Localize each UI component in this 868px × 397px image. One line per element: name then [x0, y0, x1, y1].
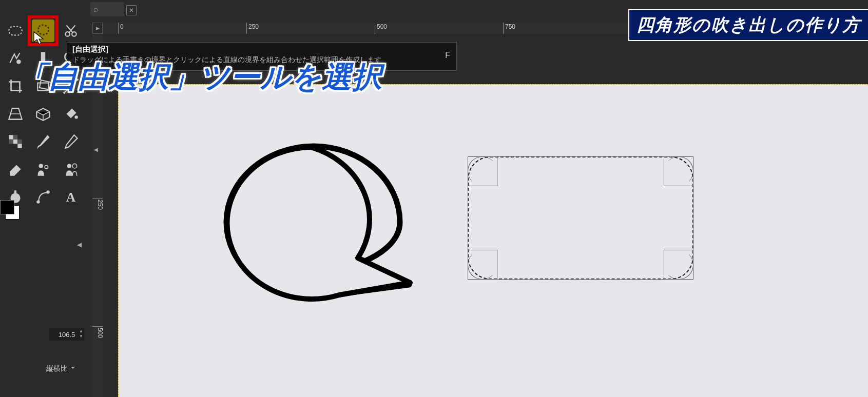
- ruler-v-tick: 500: [92, 326, 104, 338]
- stepper-icon[interactable]: ▲▼: [79, 329, 83, 339]
- ruler-v-tick: 250: [92, 198, 104, 210]
- panel-collapse-arrow-icon[interactable]: ◀: [77, 241, 82, 248]
- canvas-page[interactable]: [118, 84, 868, 397]
- search-icon: ⌕: [93, 5, 99, 14]
- ruler-collapse-icon[interactable]: ◀: [94, 147, 98, 152]
- fg-bg-color-swatch[interactable]: [0, 200, 21, 221]
- svg-point-18: [45, 166, 48, 169]
- scissors-select-tool[interactable]: [59, 18, 83, 43]
- path-tool[interactable]: [31, 185, 55, 209]
- selection-marching-ants: [468, 156, 693, 280]
- ruler-h-tick: 750: [503, 23, 515, 34]
- ruler-h-tick: 0: [118, 23, 124, 34]
- perspective-tool[interactable]: [3, 102, 28, 126]
- svg-point-17: [39, 164, 44, 168]
- tooltip-title: [自由選択]: [72, 45, 451, 54]
- svg-point-10: [74, 115, 78, 118]
- paintbrush-tool[interactable]: [31, 129, 55, 154]
- rounded-rect-selection[interactable]: [468, 156, 693, 280]
- svg-rect-11: [9, 135, 13, 140]
- ruler-h-tick: 500: [375, 23, 387, 34]
- heal-tool[interactable]: [59, 157, 83, 182]
- svg-point-24: [46, 190, 49, 193]
- transform-3d-tool[interactable]: [31, 102, 55, 126]
- tutorial-banner: 四角形の吹き出しの作り方: [628, 9, 868, 41]
- svg-point-23: [36, 200, 40, 203]
- speech-bubble-shape: [206, 141, 421, 312]
- svg-text:A: A: [66, 190, 76, 205]
- bucket-fill-tool[interactable]: [59, 102, 83, 126]
- svg-rect-12: [13, 140, 18, 144]
- svg-point-20: [72, 164, 77, 168]
- zoom-value-input[interactable]: 106.5 ▲▼: [49, 328, 84, 341]
- rect-select-tool[interactable]: [3, 18, 28, 43]
- gradient-tool[interactable]: [3, 129, 28, 154]
- pencil-tool[interactable]: [59, 129, 83, 154]
- ruler-h-tick: 250: [246, 23, 259, 34]
- eraser-tool[interactable]: [3, 157, 28, 182]
- fg-color[interactable]: [0, 200, 14, 214]
- mouse-cursor-icon: [33, 31, 44, 45]
- zoom-value: 106.5: [59, 331, 75, 339]
- tutorial-caption: 「自由選択」ツールを選択: [17, 57, 382, 97]
- svg-rect-14: [13, 135, 18, 140]
- close-icon[interactable]: ✕: [126, 5, 137, 15]
- svg-rect-16: [9, 140, 13, 144]
- aspect-ratio-dropdown[interactable]: 縦横比: [46, 364, 75, 373]
- svg-rect-22: [14, 190, 16, 195]
- clone-tool[interactable]: [31, 157, 55, 182]
- svg-rect-0: [9, 27, 22, 35]
- tooltip-shortcut: F: [445, 51, 450, 60]
- ruler-origin-icon[interactable]: ▶: [92, 23, 103, 34]
- search-input[interactable]: ⌕: [90, 2, 124, 16]
- svg-rect-15: [17, 140, 22, 144]
- svg-point-19: [67, 164, 72, 168]
- svg-rect-13: [17, 144, 22, 148]
- text-tool[interactable]: A: [59, 185, 83, 209]
